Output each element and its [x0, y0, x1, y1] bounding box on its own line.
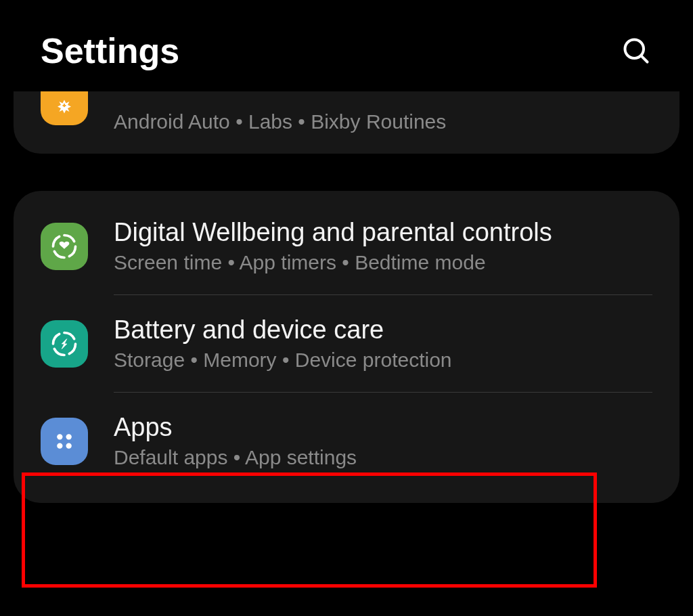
- svg-point-7: [66, 443, 72, 448]
- item-content: Digital Wellbeing and parental controls …: [114, 218, 652, 274]
- settings-item-apps[interactable]: Apps Default apps • App settings: [14, 393, 679, 489]
- settings-item-advanced-features[interactable]: Advanced features Android Auto • Labs • …: [14, 91, 679, 154]
- item-title: Apps: [114, 413, 652, 442]
- search-icon: [621, 36, 651, 66]
- battery-care-icon: [41, 320, 88, 368]
- advanced-features-icon: [41, 91, 88, 125]
- item-subtitle: Storage • Memory • Device protection: [114, 349, 652, 372]
- item-title: Battery and device care: [114, 315, 652, 345]
- item-content: Battery and device care Storage • Memory…: [114, 315, 652, 372]
- item-content: Advanced features Android Auto • Labs • …: [114, 91, 652, 133]
- svg-point-6: [57, 443, 62, 448]
- settings-group-1: Advanced features Android Auto • Labs • …: [14, 91, 679, 154]
- svg-line-1: [641, 56, 647, 62]
- apps-icon: [41, 418, 88, 465]
- page-title: Settings: [41, 30, 179, 71]
- item-subtitle: Android Auto • Labs • Bixby Routines: [114, 110, 652, 133]
- svg-rect-3: [64, 104, 65, 107]
- settings-item-battery-device-care[interactable]: Battery and device care Storage • Memory…: [14, 295, 679, 392]
- svg-point-5: [66, 434, 72, 439]
- settings-group-2: Digital Wellbeing and parental controls …: [14, 191, 679, 503]
- item-subtitle: Default apps • App settings: [114, 446, 652, 469]
- digital-wellbeing-icon: [41, 223, 88, 270]
- item-subtitle: Screen time • App timers • Bedtime mode: [114, 251, 652, 274]
- item-title: Advanced features: [114, 91, 652, 104]
- svg-point-4: [57, 434, 62, 439]
- settings-item-digital-wellbeing[interactable]: Digital Wellbeing and parental controls …: [14, 198, 679, 294]
- search-button[interactable]: [620, 35, 652, 67]
- item-title: Digital Wellbeing and parental controls: [114, 218, 652, 247]
- header: Settings: [0, 0, 693, 91]
- item-content: Apps Default apps • App settings: [114, 413, 652, 469]
